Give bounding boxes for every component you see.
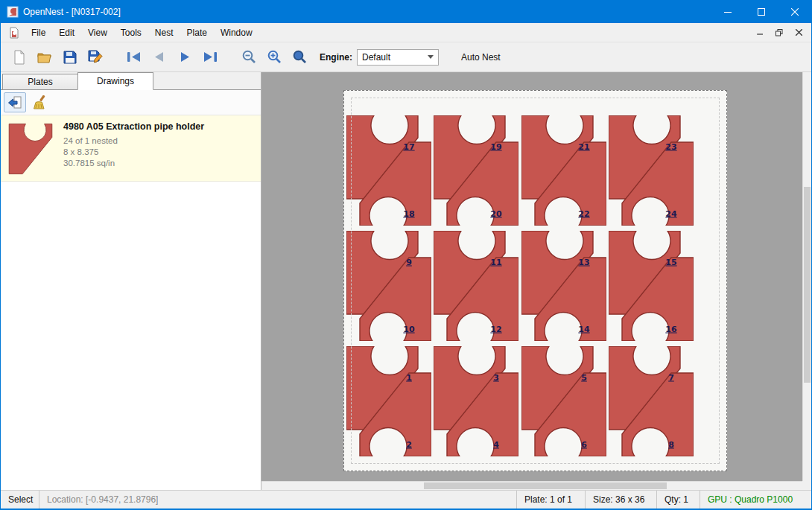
menu-item-view[interactable]: View <box>81 25 114 41</box>
part-number: 13 <box>578 258 589 267</box>
open-folder-icon[interactable] <box>32 45 57 69</box>
nested-pair[interactable]: 5 6 <box>521 346 606 456</box>
part-number: 12 <box>490 325 501 334</box>
tab-drawings[interactable]: Drawings <box>77 72 153 90</box>
scrollbar-corner <box>802 481 811 490</box>
menu-item-tools[interactable]: Tools <box>114 25 148 41</box>
save-edit-icon[interactable] <box>83 45 108 69</box>
nav-first-icon[interactable] <box>121 45 147 69</box>
part-number: 8 <box>668 440 674 450</box>
close-icon[interactable] <box>778 1 811 23</box>
zoom-in-icon[interactable] <box>261 45 287 69</box>
zoom-fit-icon[interactable] <box>287 45 312 69</box>
nested-pair[interactable]: 7 8 <box>609 346 694 456</box>
drawing-list-item[interactable]: 4980 A05 Extraction pipe holder 24 of 1 … <box>1 115 261 182</box>
nested-parts-shape <box>609 115 694 226</box>
drawing-dimensions: 8 x 8.375 <box>63 147 204 158</box>
part-number: 19 <box>490 142 501 152</box>
part-thumbnail <box>8 123 53 175</box>
nested-pair[interactable]: 23 24 <box>609 115 694 226</box>
part-number: 15 <box>665 258 676 267</box>
nest-canvas[interactable]: 17 18 19 20 21 22 <box>261 72 811 490</box>
tab-plates[interactable]: Plates <box>2 74 78 89</box>
nested-pair[interactable]: 15 16 <box>609 231 694 341</box>
chevron-down-icon <box>428 55 434 59</box>
drawing-area: 30.7815 sq/in <box>63 158 204 169</box>
nested-pair[interactable]: 3 4 <box>434 346 518 456</box>
plate[interactable]: 17 18 19 20 21 22 <box>343 90 727 471</box>
menu-item-nest[interactable]: Nest <box>148 25 180 41</box>
part-number: 6 <box>581 440 587 450</box>
drawing-title: 4980 A05 Extraction pipe holder <box>63 121 204 132</box>
nested-parts-shape <box>346 115 431 226</box>
part-number: 9 <box>406 258 412 267</box>
nested-pair[interactable]: 21 22 <box>521 115 606 226</box>
auto-nest-button[interactable]: Auto Nest <box>455 49 507 66</box>
engine-dropdown[interactable]: Default <box>357 49 439 66</box>
maximize-icon[interactable] <box>744 1 778 23</box>
part-number: 21 <box>578 142 589 152</box>
zoom-out-icon[interactable] <box>236 45 261 69</box>
horizontal-scrollbar[interactable] <box>261 481 802 490</box>
menu-item-file[interactable]: File <box>25 25 52 41</box>
nested-pair[interactable]: 13 14 <box>521 231 606 341</box>
menu-bar: File Edit View Tools Nest Plate Window <box>1 23 811 42</box>
part-number: 4 <box>493 440 499 450</box>
new-file-icon[interactable] <box>7 45 32 69</box>
part-number: 20 <box>490 209 501 219</box>
minimize-icon[interactable] <box>711 1 744 23</box>
mdi-minimize-icon[interactable] <box>750 25 770 41</box>
engine-label: Engine: <box>320 52 352 63</box>
part-number: 23 <box>665 142 676 152</box>
menu-item-plate[interactable]: Plate <box>180 25 214 41</box>
nested-pair[interactable]: 19 20 <box>434 115 518 226</box>
part-number: 24 <box>665 209 676 219</box>
nav-next-icon[interactable] <box>172 45 197 69</box>
import-drawing-icon[interactable] <box>4 92 26 112</box>
drawing-nested-count: 24 of 1 nested <box>63 136 204 147</box>
drawings-toolbar <box>1 90 261 115</box>
nested-parts-shape <box>609 231 694 341</box>
nested-parts-shape <box>609 346 694 456</box>
status-mode: Select <box>1 491 39 509</box>
nested-pair[interactable]: 1 2 <box>346 346 431 456</box>
menu-item-window[interactable]: Window <box>214 25 259 41</box>
nav-last-icon[interactable] <box>197 45 223 69</box>
part-number: 16 <box>665 325 676 334</box>
part-number: 10 <box>403 325 414 334</box>
sidebar: Plates Drawings 4 <box>1 72 261 490</box>
nested-parts-shape <box>521 346 606 456</box>
mdi-close-icon[interactable] <box>789 25 808 41</box>
nested-parts-shape <box>346 231 431 341</box>
status-size: Size: 36 x 36 <box>585 491 656 509</box>
document-icon <box>8 27 20 39</box>
sidebar-tabs: Plates Drawings <box>1 72 261 90</box>
status-plate: Plate: 1 of 1 <box>516 491 585 509</box>
nested-pair[interactable]: 17 18 <box>346 115 431 226</box>
nav-prev-icon[interactable] <box>147 45 172 69</box>
part-number: 7 <box>668 373 674 383</box>
status-qty: Qty: 1 <box>656 491 700 509</box>
window-title: OpenNest - [N0317-002] <box>23 7 121 17</box>
part-number: 3 <box>493 373 499 383</box>
mdi-restore-icon[interactable] <box>770 25 789 41</box>
part-number: 17 <box>403 142 414 152</box>
part-number: 22 <box>578 209 589 219</box>
part-number: 2 <box>406 440 412 450</box>
status-location: Location: [-0.9437, 21.8796] <box>39 491 165 509</box>
clear-drawings-icon[interactable] <box>28 92 50 112</box>
engine-value: Default <box>362 52 428 63</box>
status-bar: Select Location: [-0.9437, 21.8796] Plat… <box>1 490 811 509</box>
menu-item-edit[interactable]: Edit <box>52 25 81 41</box>
nested-pair[interactable]: 9 10 <box>346 231 431 341</box>
nested-parts-shape <box>434 346 518 456</box>
part-number: 18 <box>403 209 414 219</box>
app-icon <box>7 6 19 18</box>
part-number: 14 <box>578 325 589 334</box>
nested-pair[interactable]: 11 12 <box>434 231 518 341</box>
part-number: 5 <box>581 373 587 383</box>
save-icon[interactable] <box>57 45 83 69</box>
nested-parts-shape <box>521 115 606 226</box>
vertical-scrollbar[interactable] <box>802 72 811 481</box>
part-number: 1 <box>406 373 412 383</box>
